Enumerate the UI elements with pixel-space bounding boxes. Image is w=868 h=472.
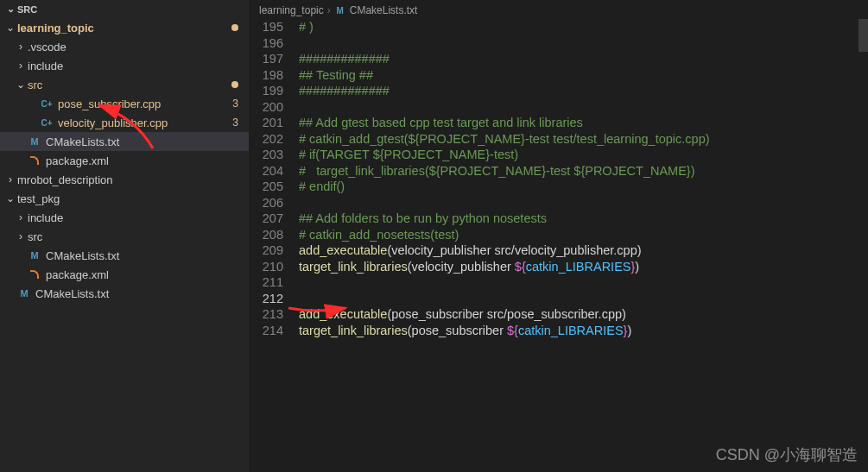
line-number: 209: [249, 242, 283, 259]
code-line[interactable]: # if(TARGET ${PROJECT_NAME}-test): [299, 147, 868, 163]
tree-item-label: test_pkg: [17, 192, 242, 205]
code-token: ## Add folders to be run by python noset…: [299, 211, 547, 225]
code-line[interactable]: add_executable(velocity_publisher src/ve…: [299, 242, 868, 259]
code-token: ${: [515, 260, 526, 274]
line-number: 201: [249, 115, 283, 131]
chevron-right-icon: ›: [3, 173, 17, 186]
code-line[interactable]: target_link_libraries(pose_subscriber ${…: [299, 323, 868, 339]
code-line[interactable]: # catkin_add_nosetests(test): [299, 227, 868, 243]
file-tree-item[interactable]: package.xml: [0, 265, 249, 284]
cmake-file-icon: [28, 249, 41, 262]
line-number: 213: [249, 306, 283, 323]
folder-tree-item[interactable]: ⌄src: [0, 75, 249, 94]
file-tree-item[interactable]: velocity_publisher.cpp3: [0, 113, 249, 132]
code-token: ## Testing ##: [299, 68, 373, 82]
git-change-count-badge: 3: [232, 98, 242, 110]
code-line[interactable]: # target_link_libraries(${PROJECT_NAME}-…: [299, 163, 868, 179]
code-line[interactable]: #############: [299, 51, 868, 67]
folder-tree-item[interactable]: ›include: [0, 56, 249, 75]
file-tree-item[interactable]: CMakeLists.txt: [0, 284, 249, 303]
code-token: # target_link_libraries(${PROJECT_NAME}-…: [299, 164, 695, 178]
line-number: 197: [249, 51, 283, 67]
code-line[interactable]: ## Add gtest based cpp test target and l…: [299, 115, 868, 131]
code-line[interactable]: add_executable(pose_subscriber src/pose_…: [299, 306, 868, 323]
code-line[interactable]: [299, 291, 868, 307]
tree-item-label: pose_subscriber.cpp: [58, 98, 232, 110]
git-change-count-badge: 3: [232, 116, 242, 129]
line-number: 196: [249, 35, 283, 52]
spacer: [14, 249, 28, 261]
folder-tree-item[interactable]: ⌄test_pkg: [0, 189, 249, 208]
code-line[interactable]: ## Add folders to be run by python noset…: [299, 211, 868, 227]
code-line[interactable]: # endif(): [299, 179, 868, 195]
line-number: 200: [249, 99, 283, 116]
code-line[interactable]: # ): [299, 19, 868, 35]
line-number: 208: [249, 227, 283, 243]
sidebar-section-title: SRC: [17, 4, 37, 15]
code-editor[interactable]: 1951961971981992002012022032042052062072…: [249, 19, 868, 472]
file-tree: ⌄learning_topic›.vscode›include⌄src pose…: [0, 18, 249, 303]
code-token: (pose_subscriber: [408, 324, 507, 337]
cmake-file-icon: [17, 286, 31, 300]
line-number-gutter: 1951961971981992002012022032042052062072…: [249, 19, 299, 472]
code-token: add_executable: [299, 243, 387, 257]
code-line[interactable]: [299, 274, 868, 291]
code-line[interactable]: ## Testing ##: [299, 67, 868, 84]
code-token: # ): [299, 20, 314, 34]
chevron-right-icon: ›: [14, 41, 28, 53]
file-tree-item[interactable]: package.xml: [0, 151, 249, 170]
code-token: #############: [299, 84, 390, 98]
folder-tree-item[interactable]: ›.vscode: [0, 37, 249, 56]
code-line[interactable]: # catkin_add_gtest(${PROJECT_NAME}-test …: [299, 131, 868, 148]
folder-tree-item[interactable]: ›src: [0, 227, 249, 246]
sidebar-section-header[interactable]: ⌄ SRC: [0, 0, 249, 18]
tree-item-label: .vscode: [28, 41, 242, 53]
folder-tree-item[interactable]: ›include: [0, 208, 249, 227]
git-modified-dot-icon: [231, 24, 238, 31]
tree-item-label: CMakeLists.txt: [46, 249, 242, 262]
editor-panel: learning_topic › M CMakeLists.txt 195196…: [249, 0, 868, 472]
cmake-file-icon: M: [334, 4, 346, 16]
git-modified-dot-icon: [231, 81, 238, 88]
tree-item-label: CMakeLists.txt: [46, 135, 242, 148]
code-token: # endif(): [299, 179, 345, 193]
folder-tree-item[interactable]: ›mrobot_description: [0, 170, 249, 189]
scrollbar-thumb[interactable]: [858, 19, 868, 52]
line-number: 198: [249, 67, 283, 84]
file-tree-item[interactable]: CMakeLists.txt: [0, 246, 249, 265]
chevron-right-icon: ›: [14, 211, 28, 223]
chevron-down-icon: ⌄: [3, 3, 17, 15]
code-line[interactable]: [299, 99, 868, 116]
tree-item-label: CMakeLists.txt: [35, 287, 242, 300]
code-token: # catkin_add_nosetests(test): [299, 228, 459, 242]
breadcrumb-folder[interactable]: learning_topic: [259, 4, 324, 16]
xml-file-icon: [28, 267, 41, 281]
editor-content[interactable]: # ) ############### Testing ############…: [299, 19, 868, 472]
tree-item-label: package.xml: [46, 268, 242, 281]
line-number: 199: [249, 83, 283, 99]
breadcrumb[interactable]: learning_topic › M CMakeLists.txt: [249, 0, 868, 19]
chevron-right-icon: ›: [327, 4, 331, 16]
code-line[interactable]: target_link_libraries(velocity_publisher…: [299, 259, 868, 275]
line-number: 207: [249, 211, 283, 227]
code-token: catkin_LIBRARIES: [518, 324, 624, 337]
folder-tree-item[interactable]: ⌄learning_topic: [0, 18, 249, 37]
code-token: ## Add gtest based cpp test target and l…: [299, 116, 583, 129]
code-token: ): [635, 260, 639, 274]
chevron-down-icon: ⌄: [14, 79, 28, 91]
code-token: target_link_libraries: [299, 324, 408, 337]
code-line[interactable]: #############: [299, 83, 868, 99]
code-token: # catkin_add_gtest(${PROJECT_NAME}-test …: [299, 132, 710, 146]
tree-item-label: mrobot_description: [17, 173, 242, 186]
breadcrumb-file[interactable]: CMakeLists.txt: [350, 4, 418, 16]
tree-item-label: src: [28, 79, 231, 91]
code-line[interactable]: [299, 35, 868, 52]
code-token: (velocity_publisher src/velocity_publish…: [387, 243, 641, 257]
file-tree-item[interactable]: CMakeLists.txt: [0, 132, 249, 151]
file-tree-item[interactable]: pose_subscriber.cpp3: [0, 94, 249, 113]
code-line[interactable]: [299, 195, 868, 211]
code-token: #############: [299, 52, 390, 66]
line-number: 212: [249, 291, 283, 307]
tree-item-label: include: [28, 60, 242, 72]
code-token: catkin_LIBRARIES: [526, 260, 631, 274]
